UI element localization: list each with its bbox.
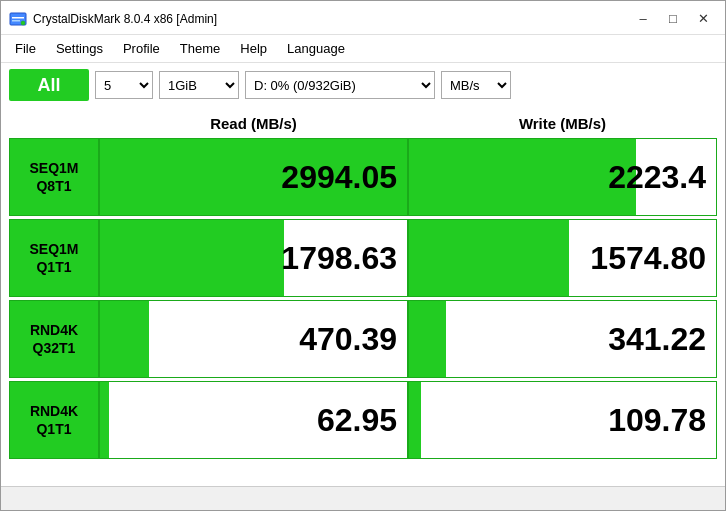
write-value-seq1m-q8t1: 2223.4 [608,159,706,196]
app-icon [9,10,27,28]
header-col1 [9,111,99,136]
write-seq1m-q1t1: 1574.80 [408,219,717,297]
size-select[interactable]: 1GiB [159,71,239,99]
read-bar-seq1m-q1t1 [100,220,284,296]
write-value-seq1m-q1t1: 1574.80 [590,240,706,277]
read-seq1m-q1t1: 1798.63 [99,219,408,297]
bench-row-rnd4k-q1t1: RND4K Q1T1 62.95 109.78 [9,381,717,459]
menu-settings[interactable]: Settings [46,38,113,59]
menu-bar: File Settings Profile Theme Help Languag… [1,35,725,63]
title-bar-left: CrystalDiskMark 8.0.4 x86 [Admin] [9,10,217,28]
maximize-button[interactable]: □ [659,8,687,30]
label-rnd4k-q1t1: RND4K Q1T1 [9,381,99,459]
write-bar-rnd4k-q1t1 [409,382,421,458]
bench-row-seq1m-q8t1: SEQ1M Q8T1 2994.05 2223.4 [9,138,717,216]
minimize-button[interactable]: – [629,8,657,30]
label-rnd4k-q32t1: RND4K Q32T1 [9,300,99,378]
drive-select[interactable]: D: 0% (0/932GiB) [245,71,435,99]
read-bar-rnd4k-q1t1 [100,382,109,458]
write-value-rnd4k-q32t1: 341.22 [608,321,706,358]
close-button[interactable]: ✕ [689,8,717,30]
header-write: Write (MB/s) [408,111,717,136]
svg-point-3 [21,21,25,25]
toolbar: All 5 1GiB D: 0% (0/932GiB) MB/s [1,63,725,107]
benchmark-area: Read (MB/s) Write (MB/s) SEQ1M Q8T1 2994… [1,107,725,486]
header-read: Read (MB/s) [99,111,408,136]
read-value-rnd4k-q1t1: 62.95 [317,402,397,439]
write-bar-rnd4k-q32t1 [409,301,446,377]
read-seq1m-q8t1: 2994.05 [99,138,408,216]
svg-rect-1 [12,17,24,19]
app-window: CrystalDiskMark 8.0.4 x86 [Admin] – □ ✕ … [0,0,726,511]
title-bar-controls: – □ ✕ [629,8,717,30]
read-bar-rnd4k-q32t1 [100,301,149,377]
write-rnd4k-q32t1: 341.22 [408,300,717,378]
unit-select[interactable]: MB/s [441,71,511,99]
write-seq1m-q8t1: 2223.4 [408,138,717,216]
menu-language[interactable]: Language [277,38,355,59]
window-title: CrystalDiskMark 8.0.4 x86 [Admin] [33,12,217,26]
bench-header: Read (MB/s) Write (MB/s) [9,111,717,136]
label-seq1m-q8t1: SEQ1M Q8T1 [9,138,99,216]
bench-row-rnd4k-q32t1: RND4K Q32T1 470.39 341.22 [9,300,717,378]
write-rnd4k-q1t1: 109.78 [408,381,717,459]
read-rnd4k-q1t1: 62.95 [99,381,408,459]
write-bar-seq1m-q8t1 [409,139,636,215]
menu-file[interactable]: File [5,38,46,59]
read-value-seq1m-q1t1: 1798.63 [281,240,397,277]
svg-rect-2 [12,20,20,22]
bench-row-seq1m-q1t1: SEQ1M Q1T1 1798.63 1574.80 [9,219,717,297]
menu-profile[interactable]: Profile [113,38,170,59]
all-button[interactable]: All [9,69,89,101]
read-value-seq1m-q8t1: 2994.05 [281,159,397,196]
menu-theme[interactable]: Theme [170,38,230,59]
read-rnd4k-q32t1: 470.39 [99,300,408,378]
status-bar [1,486,725,510]
title-bar: CrystalDiskMark 8.0.4 x86 [Admin] – □ ✕ [1,1,725,35]
write-value-rnd4k-q1t1: 109.78 [608,402,706,439]
write-bar-seq1m-q1t1 [409,220,569,296]
read-value-rnd4k-q32t1: 470.39 [299,321,397,358]
label-seq1m-q1t1: SEQ1M Q1T1 [9,219,99,297]
count-select[interactable]: 5 [95,71,153,99]
menu-help[interactable]: Help [230,38,277,59]
